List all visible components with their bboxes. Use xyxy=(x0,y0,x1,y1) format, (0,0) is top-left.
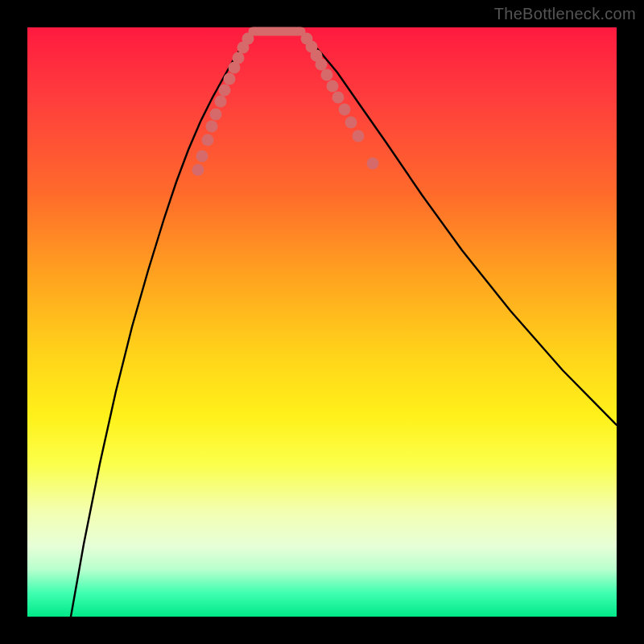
chart-frame: TheBottleneck.com xyxy=(0,0,644,644)
marker-dot xyxy=(215,96,227,108)
marker-dot xyxy=(242,33,254,45)
right-curve xyxy=(299,32,617,425)
marker-dot xyxy=(233,52,245,64)
marker-dot xyxy=(219,85,231,97)
left-curve xyxy=(71,32,256,617)
marker-dot xyxy=(345,117,357,129)
marker-dot xyxy=(332,92,345,104)
marker-dot xyxy=(224,73,236,85)
marker-dot xyxy=(316,59,328,71)
marker-dot xyxy=(196,151,208,163)
marker-dot xyxy=(339,104,351,116)
marker-dot xyxy=(321,69,333,81)
marker-dot xyxy=(210,109,222,121)
marker-dot xyxy=(202,134,214,147)
marker-dot xyxy=(192,164,204,176)
marker-dot xyxy=(206,121,218,133)
watermark-text: TheBottleneck.com xyxy=(494,5,636,23)
marker-dots xyxy=(192,33,379,176)
marker-dot xyxy=(353,130,365,142)
curve-overlay xyxy=(27,27,617,617)
marker-dot xyxy=(327,80,339,93)
marker-dot xyxy=(367,158,379,170)
